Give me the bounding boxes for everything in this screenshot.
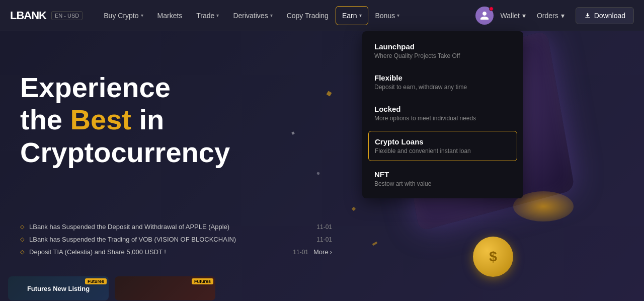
diamond-icon: ◇ bbox=[20, 223, 24, 230]
news-item-1[interactable]: ◇ LBank has Suspended the Deposit and Wi… bbox=[20, 223, 332, 231]
download-icon bbox=[584, 12, 591, 19]
news-section: ◇ LBank has Suspended the Deposit and Wi… bbox=[20, 223, 332, 261]
chevron-down-icon: ▾ bbox=[141, 13, 143, 18]
diamond-icon: ◇ bbox=[20, 249, 24, 255]
news-date-2: 11-01 bbox=[316, 236, 332, 243]
futures-card-2[interactable]: Futures bbox=[115, 276, 215, 300]
dropdown-title-launchpad: Launchpad bbox=[374, 42, 511, 51]
news-item-2[interactable]: ◇ LBank has Suspended the Trading of VOB… bbox=[20, 236, 332, 243]
dropdown-item-launchpad[interactable]: Launchpad Where Quality Projects Take Of… bbox=[362, 35, 523, 66]
nav-label-markets: Markets bbox=[157, 12, 183, 20]
hero-content: Experience the Best in Cryptocurrency bbox=[20, 71, 230, 169]
more-link[interactable]: More › bbox=[313, 248, 332, 256]
nav-label-trade: Trade bbox=[196, 12, 214, 20]
language-selector[interactable]: EN - USD bbox=[51, 11, 83, 20]
chevron-down-icon: ▾ bbox=[216, 13, 219, 18]
futures-label: Futures New Listing bbox=[27, 285, 90, 292]
dropdown-item-flexible[interactable]: Flexible Deposit to earn, withdraw any t… bbox=[362, 66, 523, 98]
dropdown-item-crypto-loans[interactable]: Crypto Loans Flexible and convenient ins… bbox=[368, 131, 517, 161]
dropdown-sub-nft: Bestow art with value bbox=[374, 180, 511, 187]
nav-item-trade[interactable]: Trade ▾ bbox=[189, 0, 226, 31]
chevron-down-icon: ▾ bbox=[359, 13, 362, 18]
news-item-3[interactable]: ◇ Deposit TIA (Celestia) and Share 5,000… bbox=[20, 248, 332, 256]
nav-item-markets[interactable]: Markets bbox=[150, 0, 190, 31]
futures-badge: Futures bbox=[85, 278, 107, 284]
logo[interactable]: LBANK bbox=[10, 9, 46, 22]
dropdown-sub-launchpad: Where Quality Projects Take Off bbox=[374, 52, 511, 59]
hero-line2-rest: in bbox=[131, 104, 164, 135]
hero-line2-plain: the bbox=[20, 104, 70, 135]
download-label: Download bbox=[594, 12, 625, 20]
notification-dot bbox=[489, 7, 494, 11]
dropdown-sub-locked: More options to meet individual needs bbox=[374, 115, 511, 122]
dropdown-sub-flexible: Deposit to earn, withdraw any time bbox=[374, 84, 511, 91]
wallet-button[interactable]: Wallet ▾ bbox=[497, 12, 530, 20]
wallet-label: Wallet bbox=[501, 12, 520, 20]
earn-dropdown: Launchpad Where Quality Projects Take Of… bbox=[362, 31, 523, 198]
news-date-1: 11-01 bbox=[316, 223, 332, 231]
nav-label-copy-trading: Copy Trading bbox=[287, 12, 329, 20]
dropdown-title-flexible: Flexible bbox=[374, 73, 511, 82]
avatar-wrap[interactable] bbox=[475, 7, 494, 25]
bottom-section: Futures New Listing Futures Futures bbox=[0, 276, 644, 301]
news-text-3: Deposit TIA (Celestia) and Share 5,000 U… bbox=[29, 248, 284, 256]
news-text-1: LBank has Suspended the Deposit and With… bbox=[29, 223, 307, 231]
nav-label-bonus: Bonus bbox=[375, 12, 395, 20]
nav-item-bonus[interactable]: Bonus ▾ bbox=[368, 0, 407, 31]
dropdown-sub-crypto-loans: Flexible and convenient instant loan bbox=[375, 147, 511, 155]
chevron-right-icon: › bbox=[330, 248, 332, 256]
chevron-down-icon: ▾ bbox=[270, 13, 273, 18]
nav-right: Wallet ▾ Orders ▾ Download bbox=[475, 7, 634, 25]
nav-label-earn: Earn bbox=[342, 12, 357, 20]
dropdown-title-locked: Locked bbox=[374, 105, 511, 113]
hero-line2: the Best in bbox=[20, 104, 230, 136]
orders-button[interactable]: Orders ▾ bbox=[533, 12, 569, 20]
news-date-3: 11-01 bbox=[293, 249, 308, 256]
dropdown-title-crypto-loans: Crypto Loans bbox=[375, 137, 511, 146]
dropdown-title-nft: NFT bbox=[374, 170, 511, 179]
futures-card-1[interactable]: Futures New Listing Futures bbox=[8, 276, 109, 300]
hero-line2-highlight: Best bbox=[70, 104, 131, 135]
nav-item-derivatives[interactable]: Derivatives ▾ bbox=[226, 0, 279, 31]
coin-decoration: $ bbox=[473, 237, 513, 277]
nav-item-buy-crypto[interactable]: Buy Crypto ▾ bbox=[97, 0, 150, 31]
hero-section: Experience the Best in Cryptocurrency ◇ … bbox=[0, 31, 644, 301]
nav-links: Buy Crypto ▾ Markets Trade ▾ Derivatives… bbox=[97, 0, 475, 31]
hero-line3: Cryptocurrency bbox=[20, 136, 230, 169]
nav-item-copy-trading[interactable]: Copy Trading bbox=[280, 0, 336, 31]
nav-label-derivatives: Derivatives bbox=[233, 12, 268, 20]
nav-item-earn[interactable]: Earn ▾ bbox=[336, 6, 368, 25]
dropdown-item-nft[interactable]: NFT Bestow art with value bbox=[362, 163, 523, 194]
chevron-down-icon: ▾ bbox=[397, 13, 399, 18]
nav-label-buy-crypto: Buy Crypto bbox=[104, 12, 138, 20]
navbar: LBANK EN - USD Buy Crypto ▾ Markets Trad… bbox=[0, 0, 644, 31]
futures-badge-2: Futures bbox=[192, 278, 213, 284]
chevron-down-icon: ▾ bbox=[522, 12, 526, 20]
hero-line1: Experience bbox=[20, 71, 230, 104]
orders-label: Orders bbox=[537, 12, 558, 20]
chevron-down-icon: ▾ bbox=[561, 12, 565, 20]
more-label: More bbox=[313, 248, 329, 256]
news-text-2: LBank has Suspended the Trading of VOB (… bbox=[29, 236, 307, 243]
download-button[interactable]: Download bbox=[576, 7, 634, 24]
diamond-icon: ◇ bbox=[20, 236, 24, 243]
logo-text: LBANK bbox=[10, 9, 46, 22]
hero-title: Experience the Best in Cryptocurrency bbox=[20, 71, 230, 169]
dropdown-item-locked[interactable]: Locked More options to meet individual n… bbox=[362, 98, 523, 129]
